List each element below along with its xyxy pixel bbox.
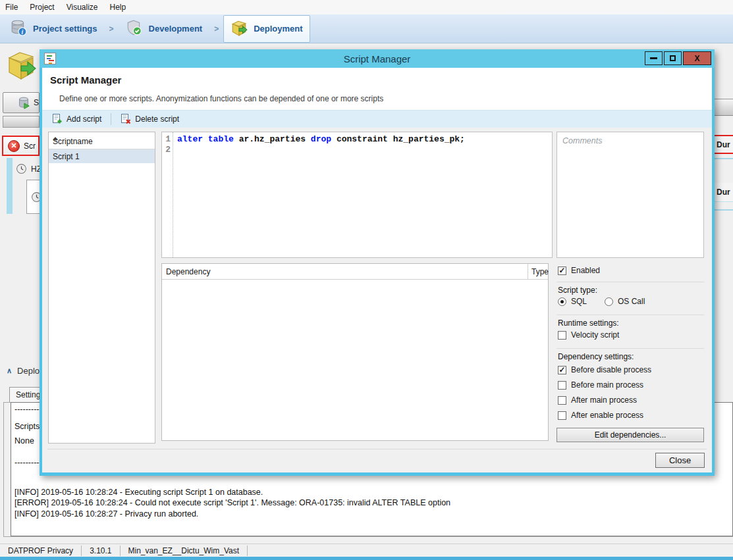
- selection-band: [7, 158, 13, 214]
- script-type-radios: SQL OS Call: [558, 297, 645, 306]
- breadcrumb-deployment[interactable]: Deployment: [223, 15, 310, 43]
- start-button-label: S: [34, 98, 39, 107]
- script-name: Script 1: [53, 152, 80, 161]
- enabled-checkbox-row[interactable]: ✓ Enabled: [558, 266, 600, 275]
- checkbox-unchecked-icon[interactable]: [558, 381, 566, 390]
- sql-keyword: alter table: [177, 134, 234, 144]
- minimize-button[interactable]: [645, 51, 663, 65]
- divider: [557, 282, 704, 282]
- duration-label: Dur: [717, 188, 730, 197]
- checkbox-unchecked-icon[interactable]: [558, 396, 566, 405]
- menu-visualize[interactable]: Visualize: [61, 3, 104, 12]
- add-script-button[interactable]: Add script: [49, 113, 105, 126]
- database-run-icon: [16, 95, 31, 110]
- script-list-item-selected[interactable]: Script 1: [49, 149, 155, 163]
- edit-dependencies-button[interactable]: Edit dependencies...: [557, 428, 704, 442]
- log-line-error: [ERROR] 2019-05-16 10:28:24 - Could not …: [14, 497, 450, 508]
- database-info-icon: i: [10, 19, 27, 39]
- sql-label: SQL: [571, 297, 587, 306]
- menu-project[interactable]: Project: [24, 3, 60, 12]
- before-main-label: Before main process: [571, 380, 643, 390]
- duration-column-header: Dur: [715, 135, 733, 154]
- breadcrumb-project-settings[interactable]: i Project settings: [3, 15, 105, 43]
- shield-check-icon: [126, 19, 143, 39]
- deployment-section-toggle[interactable]: ∧ Deplo: [7, 366, 40, 376]
- before-disable-label: Before disable process: [571, 365, 651, 374]
- radio-sql[interactable]: [558, 297, 566, 306]
- velocity-checkbox-row[interactable]: Velocity script: [558, 330, 619, 340]
- sql-keyword: drop: [311, 134, 331, 144]
- duration-column-header: Dur: [715, 183, 733, 202]
- package-arrow-icon: [231, 19, 248, 39]
- close-icon: X: [694, 54, 699, 63]
- delete-script-icon: [121, 114, 131, 124]
- script-manager-dialog: Script Manager X Script Manager Define o…: [40, 49, 715, 476]
- checkbox-checked-icon[interactable]: ✓: [558, 267, 566, 275]
- os-call-label: OS Call: [618, 297, 645, 306]
- velocity-label: Velocity script: [571, 330, 619, 340]
- start-button[interactable]: S: [3, 92, 40, 113]
- dialog-toolbar: Add script Delete script: [42, 111, 712, 128]
- delete-script-button[interactable]: Delete script: [117, 113, 182, 126]
- breadcrumb-label: Project settings: [33, 24, 97, 34]
- log-line-info: [INFO] 2019-05-16 10:28:24 - Executing s…: [14, 487, 450, 497]
- add-script-label: Add script: [67, 115, 101, 124]
- before-main-checkbox-row[interactable]: Before main process: [558, 380, 643, 390]
- checkbox-checked-icon[interactable]: ✓: [558, 366, 566, 374]
- radio-os-call[interactable]: [605, 297, 613, 306]
- script-settings-panel: ✓ Enabled Script type: SQL OS Call Runti…: [557, 263, 704, 443]
- menu-file[interactable]: File: [0, 3, 24, 12]
- checkbox-unchecked-icon[interactable]: [558, 331, 566, 340]
- menu-help[interactable]: Help: [104, 3, 132, 12]
- breadcrumb: i Project settings > Development >: [0, 14, 733, 43]
- comments-input[interactable]: Comments: [557, 132, 704, 258]
- log-line-info: [INFO] 2019-05-16 10:28:27 - Privacy run…: [14, 509, 450, 519]
- divider: [47, 449, 707, 449]
- divider: [715, 158, 733, 159]
- log-entries: [INFO] 2019-05-16 10:28:24 - Executing s…: [14, 487, 450, 519]
- script-list-header[interactable]: Scriptname: [49, 132, 155, 149]
- line-number-gutter: 1 2: [162, 132, 173, 257]
- checkbox-unchecked-icon[interactable]: [558, 411, 566, 420]
- after-main-label: After main process: [571, 395, 637, 405]
- taskbar-edge: [0, 557, 733, 560]
- maximize-icon: [670, 55, 676, 61]
- maximize-button[interactable]: [664, 51, 682, 65]
- task-row[interactable]: HZ: [16, 163, 41, 174]
- chevron-right-icon: >: [214, 24, 219, 34]
- breadcrumb-development[interactable]: Development: [119, 15, 210, 43]
- sql-text: ar.hz_parties: [234, 134, 311, 144]
- close-window-button[interactable]: X: [683, 51, 711, 65]
- dialog-header-title: Script Manager: [50, 74, 121, 86]
- line-number: 2: [162, 145, 173, 155]
- add-script-icon: [52, 114, 63, 124]
- script-type-label: Script type:: [558, 286, 597, 295]
- log-none-line: None: [14, 436, 34, 445]
- sort-ascending-icon: [53, 137, 58, 140]
- dependency-column-label: Dependency: [166, 267, 210, 276]
- close-button-label: Close: [669, 455, 691, 465]
- status-project-name: Min_van_EZ__Dictu_Wim_Vast: [121, 546, 248, 556]
- error-icon: ✕: [8, 140, 20, 152]
- section-label: Deplo: [17, 366, 40, 376]
- app-window: File Project Visualize Help i Project se…: [0, 0, 733, 560]
- script-list: Scriptname Script 1: [48, 132, 155, 444]
- column-divider: [528, 264, 528, 279]
- dialog-title-bar[interactable]: Script Manager X: [40, 49, 715, 68]
- sql-editor[interactable]: 1 2 alter table ar.hz_parties drop const…: [161, 132, 553, 258]
- comments-placeholder: Comments: [562, 136, 602, 145]
- sql-code-line: alter table ar.hz_parties drop constrain…: [177, 134, 465, 145]
- after-enable-checkbox-row[interactable]: After enable process: [558, 411, 643, 420]
- script-error-row[interactable]: ✕ Scr: [2, 136, 40, 156]
- dependency-table[interactable]: Dependency Type: [161, 263, 549, 441]
- edit-dependencies-label: Edit dependencies...: [595, 430, 666, 440]
- after-main-checkbox-row[interactable]: After main process: [558, 395, 637, 405]
- dependency-table-header: Dependency Type: [162, 264, 548, 280]
- background-toolbar-fragment: [715, 99, 733, 116]
- status-version: 3.10.1: [82, 546, 120, 556]
- before-disable-checkbox-row[interactable]: ✓ Before disable process: [558, 365, 651, 374]
- close-button[interactable]: Close: [655, 453, 705, 468]
- line-number: 1: [162, 134, 173, 145]
- check-glyph: ✓: [558, 367, 565, 374]
- dialog-header: Script Manager Define one or more script…: [42, 68, 712, 111]
